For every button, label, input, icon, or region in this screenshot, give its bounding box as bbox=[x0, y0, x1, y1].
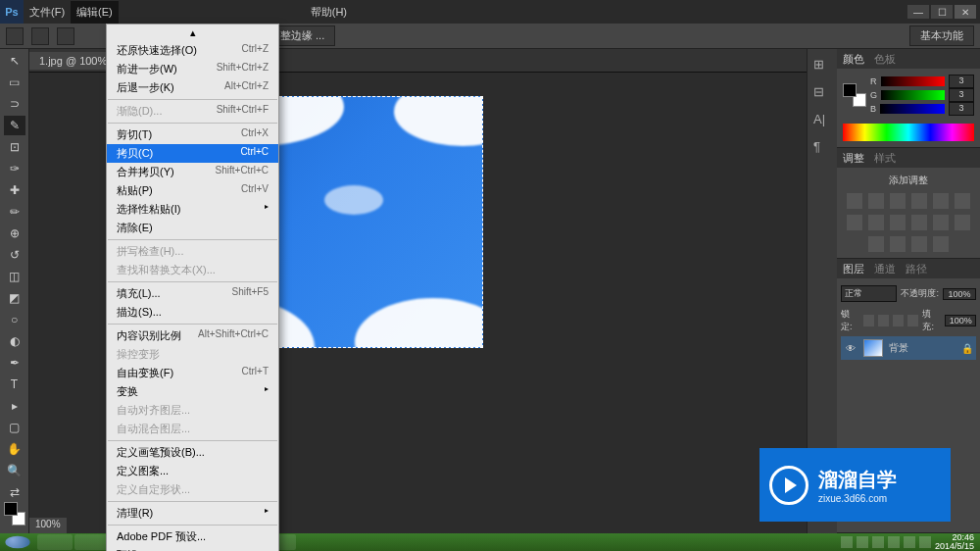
tray-icon[interactable] bbox=[904, 536, 915, 548]
menu-cut[interactable]: 剪切(T)Ctrl+X bbox=[107, 125, 278, 144]
selective-color-icon[interactable] bbox=[933, 236, 949, 252]
tray-icon[interactable] bbox=[872, 536, 884, 548]
menu-paste[interactable]: 粘贴(P)Ctrl+V bbox=[107, 181, 278, 200]
menu-undo[interactable]: 还原快速选择(O)Ctrl+Z bbox=[107, 41, 278, 60]
menu-define-pattern[interactable]: 定义图案... bbox=[107, 462, 278, 480]
dodge-tool[interactable]: ◐ bbox=[4, 331, 25, 351]
color-tab[interactable]: 颜色 bbox=[843, 52, 864, 67]
move-tool[interactable]: ↖ bbox=[4, 51, 25, 71]
brightness-icon[interactable] bbox=[847, 193, 862, 209]
layer-row[interactable]: 👁 背景 🔒 bbox=[841, 336, 976, 360]
history-icon[interactable]: ⊞ bbox=[813, 57, 831, 75]
hand-tool[interactable]: ✋ bbox=[4, 439, 25, 459]
tool-preset-icon[interactable] bbox=[6, 27, 24, 45]
gradient-map-icon[interactable] bbox=[911, 236, 927, 252]
menu-edit[interactable]: 编辑(E) bbox=[71, 1, 119, 24]
menu-stroke[interactable]: 描边(S)... bbox=[107, 303, 278, 322]
stamp-tool[interactable]: ⊕ bbox=[4, 224, 25, 243]
r-value[interactable]: 3 bbox=[949, 75, 974, 88]
g-slider[interactable] bbox=[881, 90, 945, 100]
exposure-icon[interactable] bbox=[911, 193, 927, 209]
menu-window[interactable] bbox=[353, 1, 365, 24]
marquee-tool[interactable]: ▭ bbox=[4, 73, 25, 92]
menu-view[interactable]: 帮助(H) bbox=[305, 1, 353, 24]
fill-field[interactable]: 100% bbox=[945, 315, 976, 326]
color-balance-icon[interactable] bbox=[847, 215, 862, 230]
menu-step-forward[interactable]: 前进一步(W)Shift+Ctrl+Z bbox=[107, 60, 278, 78]
curves-icon[interactable] bbox=[890, 193, 906, 209]
gradient-tool[interactable]: ◩ bbox=[4, 288, 25, 308]
menu-copy-merged[interactable]: 合并拷贝(Y)Shift+Ctrl+C bbox=[107, 163, 278, 181]
photo-filter-icon[interactable] bbox=[890, 215, 906, 230]
menu-clear[interactable]: 清除(E) bbox=[107, 219, 278, 237]
menu-pdf-preset[interactable]: Adobe PDF 预设... bbox=[107, 527, 278, 546]
bw-icon[interactable] bbox=[868, 215, 884, 230]
pen-tool[interactable]: ✒ bbox=[4, 353, 25, 373]
posterize-icon[interactable] bbox=[868, 236, 884, 252]
minimize-button[interactable]: — bbox=[907, 5, 929, 19]
adjustments-tab[interactable]: 调整 bbox=[843, 151, 864, 166]
type-tool[interactable]: T bbox=[4, 375, 25, 394]
menu-fill[interactable]: 填充(L)...Shift+F5 bbox=[107, 284, 278, 303]
healing-tool[interactable]: ✚ bbox=[4, 180, 25, 200]
vibrance-icon[interactable] bbox=[933, 193, 949, 209]
visibility-icon[interactable]: 👁 bbox=[844, 343, 858, 354]
maximize-button[interactable]: ☐ bbox=[931, 5, 953, 19]
paths-tab[interactable]: 路径 bbox=[906, 262, 927, 276]
menu-transform[interactable]: 变换▸ bbox=[107, 382, 278, 401]
swatches-tab[interactable]: 色板 bbox=[874, 52, 896, 67]
blur-tool[interactable]: ○ bbox=[4, 310, 25, 329]
crop-tool[interactable]: ⊡ bbox=[4, 137, 25, 157]
brush-tool[interactable]: ✏ bbox=[4, 202, 25, 222]
lock-all-icon[interactable] bbox=[907, 315, 918, 326]
levels-icon[interactable] bbox=[868, 193, 884, 209]
channels-tab[interactable]: 通道 bbox=[874, 262, 896, 276]
threshold-icon[interactable] bbox=[890, 236, 906, 252]
menu-define-brush[interactable]: 定义画笔预设(B)... bbox=[107, 443, 278, 462]
b-slider[interactable] bbox=[880, 104, 945, 114]
task-item[interactable] bbox=[74, 534, 110, 550]
brush-option2-icon[interactable] bbox=[57, 27, 74, 45]
quick-select-tool[interactable]: ✎ bbox=[4, 116, 25, 135]
path-select-tool[interactable]: ▸ bbox=[4, 396, 25, 416]
paragraph-icon[interactable]: ¶ bbox=[813, 139, 831, 157]
history-brush-tool[interactable]: ↺ bbox=[4, 245, 25, 265]
menu-paste-special[interactable]: 选择性粘贴(I)▸ bbox=[107, 200, 278, 219]
opacity-field[interactable]: 100% bbox=[943, 288, 976, 300]
tray-icon[interactable] bbox=[857, 536, 868, 548]
character-icon[interactable]: A| bbox=[813, 112, 831, 129]
task-item[interactable] bbox=[37, 534, 73, 550]
fg-bg-swatch[interactable] bbox=[843, 83, 866, 107]
hue-sat-icon[interactable] bbox=[955, 193, 970, 209]
menu-help[interactable] bbox=[365, 1, 376, 24]
b-value[interactable]: 3 bbox=[949, 102, 974, 116]
eraser-tool[interactable]: ◫ bbox=[4, 267, 25, 286]
color-spectrum[interactable] bbox=[843, 124, 974, 141]
menu-content-aware[interactable]: 内容识别比例Alt+Shift+Ctrl+C bbox=[107, 326, 278, 345]
channel-mixer-icon[interactable] bbox=[911, 215, 927, 230]
menu-file[interactable]: 文件(F) bbox=[24, 1, 71, 24]
menu-collapse-icon[interactable]: ▴ bbox=[107, 25, 278, 41]
lock-position-icon[interactable] bbox=[893, 315, 904, 326]
styles-tab[interactable]: 样式 bbox=[874, 151, 896, 166]
workspace-switcher[interactable]: 基本功能 bbox=[909, 25, 974, 46]
color-swap-icon[interactable]: ⇄ bbox=[4, 482, 25, 502]
eyedropper-tool[interactable]: ✑ bbox=[4, 159, 25, 178]
menu-presets[interactable]: 预设▸ bbox=[107, 546, 278, 551]
start-button[interactable] bbox=[5, 536, 29, 549]
zoom-tool[interactable]: 🔍 bbox=[4, 461, 25, 480]
g-value[interactable]: 3 bbox=[949, 88, 974, 102]
shape-tool[interactable]: ▢ bbox=[4, 418, 25, 437]
menu-purge[interactable]: 清理(R)▸ bbox=[107, 504, 278, 523]
lookup-icon[interactable] bbox=[933, 215, 949, 230]
close-button[interactable]: ✕ bbox=[955, 5, 976, 19]
zoom-level[interactable]: 100% bbox=[35, 519, 61, 529]
tray-icon[interactable] bbox=[888, 536, 900, 548]
menu-step-back[interactable]: 后退一步(K)Alt+Ctrl+Z bbox=[107, 78, 278, 97]
lasso-tool[interactable]: ⊃ bbox=[4, 94, 25, 114]
tray-icon[interactable] bbox=[919, 536, 931, 548]
lock-transparent-icon[interactable] bbox=[863, 315, 874, 326]
invert-icon[interactable] bbox=[955, 215, 970, 230]
properties-icon[interactable]: ⊟ bbox=[813, 84, 831, 102]
blend-mode-select[interactable]: 正常 bbox=[841, 285, 897, 302]
